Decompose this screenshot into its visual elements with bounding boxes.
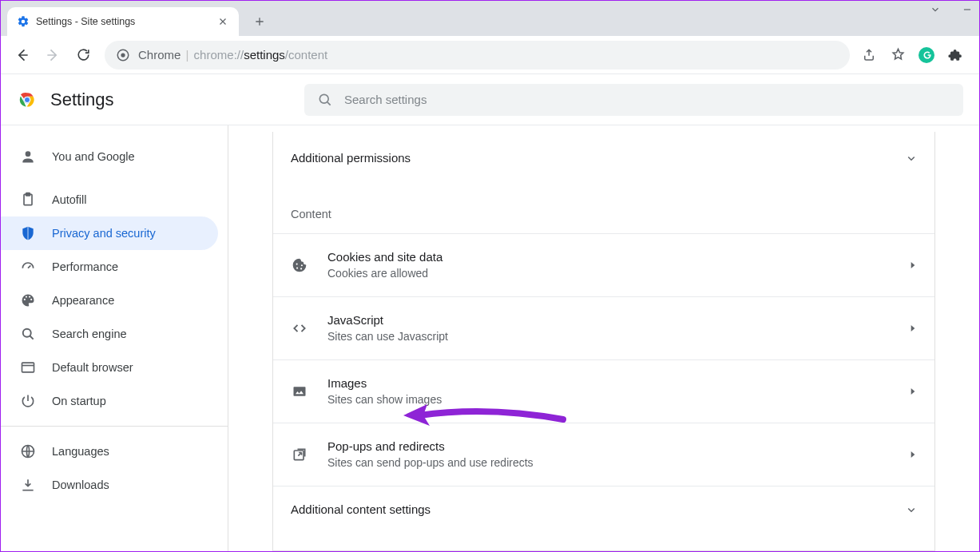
back-button[interactable] — [9, 42, 36, 69]
row-title: Pop-ups and redirects — [327, 438, 534, 455]
additional-content-settings-row[interactable]: Additional content settings — [273, 486, 934, 524]
new-tab-button[interactable] — [248, 10, 271, 33]
search-input[interactable] — [344, 93, 950, 106]
chevron-right-icon — [907, 323, 919, 334]
content-section-label: Content — [273, 184, 934, 233]
sidebar-label: Languages — [52, 445, 109, 458]
address-bar[interactable]: Chrome | chrome://settings/content — [105, 41, 850, 69]
popup-icon — [291, 446, 308, 463]
browser-titlebar: Settings - Site settings — [1, 1, 979, 36]
power-icon — [20, 393, 36, 409]
browser-tab[interactable]: Settings - Site settings — [7, 7, 239, 36]
sidebar-item-downloads[interactable]: Downloads — [1, 468, 218, 502]
sidebar-item-privacy-and-security[interactable]: Privacy and security — [1, 216, 218, 250]
window-caret-icon[interactable] — [928, 2, 942, 17]
settings-sidebar: You and Google Autofill Privacy and secu… — [1, 125, 228, 551]
svg-point-1 — [121, 53, 125, 57]
svg-point-9 — [23, 329, 31, 337]
row-javascript[interactable]: JavaScript Sites can use Javascript — [273, 296, 934, 359]
extensions-icon[interactable] — [944, 44, 966, 66]
sidebar-item-search-engine[interactable]: Search engine — [1, 317, 218, 351]
row-title: Images — [327, 375, 442, 391]
browser-toolbar: Chrome | chrome://settings/content — [1, 36, 979, 74]
sidebar-item-languages[interactable]: Languages — [1, 435, 218, 468]
sidebar-label: Search engine — [52, 328, 127, 340]
chrome-logo-icon — [17, 89, 38, 110]
sidebar-label: Autofill — [52, 193, 87, 206]
svg-rect-10 — [22, 363, 34, 372]
additional-permissions-row[interactable]: Additional permissions — [273, 132, 934, 184]
svg-point-5 — [319, 94, 328, 103]
settings-content: Additional permissions Content Cookies a… — [228, 125, 979, 551]
row-subtitle: Sites can use Javascript — [327, 328, 448, 345]
row-popups[interactable]: Pop-ups and redirects Sites can send pop… — [273, 423, 934, 486]
sidebar-label: Default browser — [52, 361, 133, 374]
chevron-down-icon — [904, 502, 919, 517]
cookie-icon — [291, 256, 308, 274]
sidebar-item-on-startup[interactable]: On startup — [1, 384, 218, 418]
gear-icon — [17, 15, 30, 28]
row-cookies[interactable]: Cookies and site data Cookies are allowe… — [273, 233, 934, 296]
row-subtitle: Sites can send pop-ups and use redirects — [327, 455, 534, 471]
search-icon — [317, 92, 333, 108]
row-images[interactable]: Images Sites can show images — [273, 359, 934, 423]
sidebar-label: Performance — [52, 260, 118, 273]
chevron-down-icon — [904, 151, 919, 165]
globe-icon — [20, 443, 36, 459]
browser-icon — [20, 359, 36, 375]
reload-button[interactable] — [69, 42, 97, 69]
code-icon — [291, 320, 308, 337]
row-title: Cookies and site data — [327, 248, 442, 265]
sidebar-separator — [1, 426, 228, 427]
sidebar-label: Privacy and security — [52, 227, 156, 240]
settings-header: Settings — [1, 74, 979, 125]
row-title: Additional permissions — [291, 151, 411, 165]
svg-point-6 — [26, 151, 31, 157]
sidebar-item-autofill[interactable]: Autofill — [1, 183, 218, 216]
tab-title: Settings - Site settings — [36, 16, 210, 27]
svg-rect-8 — [26, 193, 30, 196]
palette-icon — [20, 292, 36, 308]
sidebar-item-appearance[interactable]: Appearance — [1, 284, 218, 317]
search-icon — [20, 326, 36, 342]
row-subtitle: Cookies are allowed — [327, 265, 442, 282]
shield-icon — [20, 225, 36, 241]
sidebar-label: You and Google — [52, 150, 134, 163]
window-controls — [928, 2, 974, 17]
chevron-right-icon — [907, 386, 919, 397]
close-icon[interactable] — [216, 15, 229, 28]
sidebar-label: Appearance — [52, 294, 114, 307]
sidebar-item-default-browser[interactable]: Default browser — [1, 351, 218, 384]
row-subtitle: Sites can show images — [327, 391, 442, 408]
sidebar-item-you-and-google[interactable]: You and Google — [1, 140, 218, 173]
sidebar-label: Downloads — [52, 479, 109, 491]
row-title: JavaScript — [327, 312, 448, 328]
svg-rect-12 — [294, 387, 306, 396]
chrome-mono-icon — [116, 48, 130, 62]
share-icon[interactable] — [858, 44, 880, 66]
forward-button[interactable] — [39, 42, 66, 69]
page-title: Settings — [50, 89, 114, 110]
grammarly-icon[interactable] — [915, 44, 938, 66]
download-icon — [20, 477, 36, 493]
chevron-right-icon — [907, 449, 919, 460]
image-icon — [291, 383, 308, 400]
search-settings[interactable] — [304, 84, 963, 116]
window-minimize-icon[interactable] — [960, 2, 974, 17]
row-title: Additional content settings — [291, 502, 430, 516]
bookmark-star-icon[interactable] — [887, 44, 909, 66]
clipboard-icon — [20, 192, 36, 208]
person-icon — [20, 149, 36, 165]
chevron-right-icon — [907, 260, 919, 271]
url-text: Chrome | chrome://settings/content — [138, 48, 327, 62]
speedometer-icon — [20, 259, 36, 275]
sidebar-item-performance[interactable]: Performance — [1, 250, 218, 284]
sidebar-label: On startup — [52, 395, 106, 407]
